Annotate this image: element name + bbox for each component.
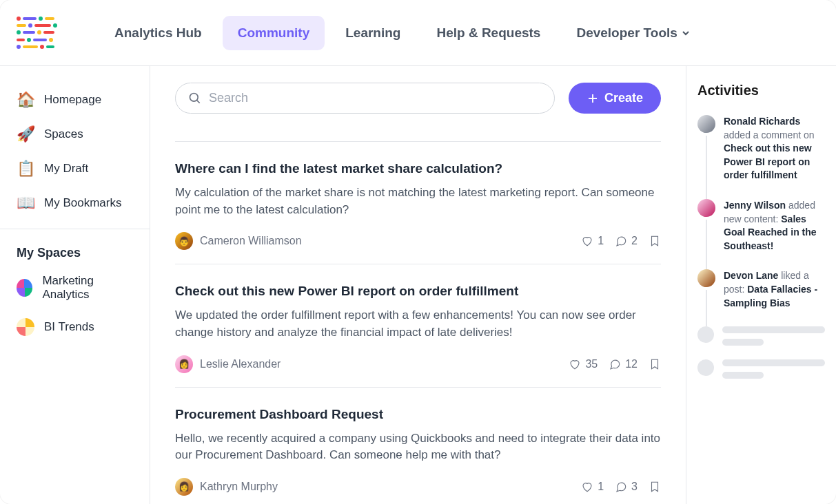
heart-icon [581, 235, 593, 247]
activity-text: Devon Lane liked a post: Data Fallacies … [724, 269, 825, 310]
post-meta: 👩 Kathryn Murphy 1 3 [175, 478, 661, 496]
comment-count: 3 [631, 481, 638, 493]
post-body: We updated the order fulfillment report … [175, 307, 661, 341]
bookmark-icon[interactable] [649, 481, 661, 493]
post-stats: 35 12 [569, 358, 661, 370]
divider [0, 229, 150, 229]
avatar [697, 115, 715, 133]
activity-text: Ronald Richards added a comment on Check… [724, 115, 825, 182]
post-meta: 👨 Cameron Williamson 1 2 [175, 232, 661, 250]
nav-developer-tools[interactable]: Developer Tools [561, 16, 704, 50]
post-body: Hello, we recently acquired a company us… [175, 430, 661, 464]
avatar [697, 269, 715, 287]
nav-analytics-hub[interactable]: Analytics Hub [99, 16, 217, 50]
search-input[interactable] [209, 91, 542, 105]
sidebar-heading-my-spaces: My Spaces [0, 238, 150, 266]
search-container[interactable] [175, 83, 555, 114]
comment-stat[interactable]: 12 [609, 358, 638, 370]
avatar: 👩 [175, 355, 193, 373]
avatar [697, 199, 715, 217]
activity-text: Jenny Wilson added new content: Sales Go… [724, 199, 825, 253]
activities-panel: Activities Ronald Richards added a comme… [686, 66, 836, 504]
activity-item[interactable]: Devon Lane liked a post: Data Fallacies … [697, 269, 825, 310]
like-count: 35 [585, 358, 598, 370]
bookmark-icon: 📖 [17, 194, 34, 212]
post-meta: 👩 Leslie Alexander 35 12 [175, 355, 661, 373]
draft-icon: 📋 [17, 160, 34, 178]
heart-icon [581, 481, 593, 493]
header: Analytics Hub Community Learning Help & … [0, 0, 836, 66]
avatar: 👩 [175, 478, 193, 496]
sidebar-item-my-bookmarks[interactable]: 📖 My Bookmarks [0, 186, 150, 220]
svg-point-0 [190, 93, 198, 101]
post-body: My calculation of the market share is no… [175, 185, 661, 218]
sidebar-item-label: Spaces [44, 127, 83, 141]
comment-stat[interactable]: 3 [615, 481, 638, 493]
sidebar-item-homepage[interactable]: 🏠 Homepage [0, 83, 150, 117]
like-stat[interactable]: 1 [581, 235, 604, 247]
top-row: Create [175, 83, 661, 114]
like-count: 1 [598, 481, 604, 493]
comment-count: 12 [625, 358, 638, 370]
bookmark-icon[interactable] [649, 235, 661, 247]
activity-item[interactable]: Jenny Wilson added new content: Sales Go… [697, 199, 825, 253]
sidebar-space-marketing-analytics[interactable]: Marketing Analytics [0, 266, 150, 310]
search-icon [188, 92, 202, 105]
post-author[interactable]: 👩 Kathryn Murphy [175, 478, 278, 496]
space-label: Marketing Analytics [42, 274, 133, 302]
space-label: BI Trends [44, 320, 94, 334]
post-stats: 1 3 [581, 481, 661, 493]
avatar: 👨 [175, 232, 193, 250]
sidebar-item-my-draft[interactable]: 📋 My Draft [0, 151, 150, 186]
sidebar-item-label: My Draft [44, 162, 88, 176]
top-nav: Analytics Hub Community Learning Help & … [99, 16, 705, 50]
author-name: Leslie Alexander [200, 358, 281, 370]
sidebar: 🏠 Homepage 🚀 Spaces 📋 My Draft 📖 My Book… [0, 66, 150, 504]
post[interactable]: Check out this new Power BI report on or… [175, 264, 661, 386]
heart-icon [569, 358, 581, 370]
main-content: Create Where can I find the latest marke… [150, 66, 686, 504]
comment-icon [609, 358, 621, 370]
post-title: Where can I find the latest market share… [175, 161, 661, 176]
home-icon: 🏠 [17, 91, 34, 109]
svg-line-1 [197, 100, 200, 103]
like-stat[interactable]: 35 [569, 358, 598, 370]
post-title: Procurement Dashboard Request [175, 407, 661, 422]
comment-stat[interactable]: 2 [615, 235, 638, 247]
nav-community[interactable]: Community [223, 16, 325, 50]
post-title: Check out this new Power BI report on or… [175, 284, 661, 299]
like-count: 1 [598, 235, 604, 247]
sidebar-item-spaces[interactable]: 🚀 Spaces [0, 117, 150, 151]
activity-skeleton [697, 359, 825, 379]
nav-help-requests[interactable]: Help & Requests [421, 16, 555, 50]
like-stat[interactable]: 1 [581, 481, 604, 493]
post[interactable]: Procurement Dashboard Request Hello, we … [175, 387, 661, 504]
chevron-down-icon [682, 29, 690, 37]
create-button[interactable]: Create [569, 83, 661, 114]
comment-icon [615, 235, 627, 247]
nav-developer-tools-label: Developer Tools [576, 25, 677, 41]
nav-learning[interactable]: Learning [330, 16, 416, 50]
rocket-icon: 🚀 [17, 125, 34, 143]
sidebar-space-bi-trends[interactable]: BI Trends [0, 310, 150, 344]
activity-skeleton [697, 326, 825, 346]
comment-count: 2 [631, 235, 638, 247]
post[interactable]: Where can I find the latest market share… [175, 141, 661, 264]
plus-icon [587, 92, 599, 105]
post-stats: 1 2 [581, 235, 661, 247]
logo [17, 15, 72, 51]
create-button-label: Create [604, 91, 643, 105]
post-author[interactable]: 👩 Leslie Alexander [175, 355, 281, 373]
comment-icon [615, 481, 627, 493]
author-name: Cameron Williamson [200, 235, 302, 247]
sidebar-item-label: My Bookmarks [44, 196, 121, 210]
author-name: Kathryn Murphy [200, 481, 278, 493]
space-icon [17, 318, 34, 336]
post-author[interactable]: 👨 Cameron Williamson [175, 232, 302, 250]
activity-item[interactable]: Ronald Richards added a comment on Check… [697, 115, 825, 182]
bookmark-icon[interactable] [649, 358, 661, 370]
activities-heading: Activities [697, 83, 825, 98]
sidebar-item-label: Homepage [44, 93, 101, 107]
space-icon [17, 279, 32, 297]
